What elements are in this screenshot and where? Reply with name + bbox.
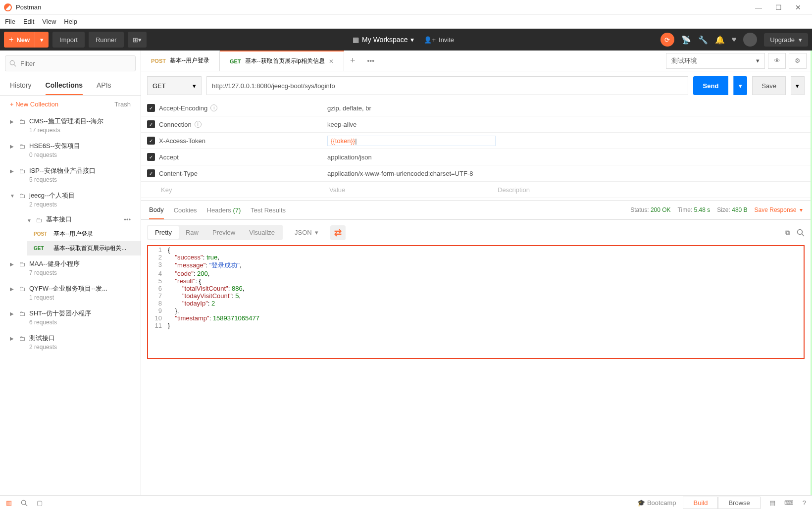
window-minimize-button[interactable]: — xyxy=(749,3,768,11)
bootcamp-button[interactable]: 🎓 Bootcamp xyxy=(637,499,676,507)
send-button[interactable]: Send xyxy=(693,76,729,95)
grid-icon: ▦ xyxy=(353,36,359,44)
value-placeholder[interactable]: Value xyxy=(327,186,496,194)
satellite-icon[interactable]: 📡 xyxy=(681,35,691,45)
close-icon[interactable]: ✕ xyxy=(329,58,334,65)
view-visualize[interactable]: Visualize xyxy=(242,226,282,239)
avatar[interactable] xyxy=(743,33,757,47)
wrench-icon[interactable]: 🔧 xyxy=(698,35,708,45)
desc-placeholder[interactable]: Description xyxy=(496,186,811,194)
environment-selector[interactable]: 测试环境 ▾ xyxy=(666,53,765,69)
header-row-placeholder[interactable]: Key Value Description xyxy=(141,182,811,198)
request-name: 基本--用户登录 xyxy=(53,230,93,238)
checkbox-icon[interactable]: ✓ xyxy=(147,137,155,145)
collection-item[interactable]: ▶ 🗀 CMS--施工管理项目--海尔17 requests xyxy=(0,113,141,138)
console-icon[interactable]: ▢ xyxy=(37,499,43,507)
header-value[interactable]: {{token}} xyxy=(327,136,496,146)
menu-view[interactable]: View xyxy=(42,18,56,25)
response-tab-cookies[interactable]: Cookies xyxy=(174,202,197,219)
collection-item[interactable]: ▶ 🗀 SHT--仿十荟团小程序6 requests xyxy=(0,305,141,330)
save-button[interactable]: Save xyxy=(752,76,786,95)
collection-count: 6 requests xyxy=(29,319,136,326)
trash-link[interactable]: Trash xyxy=(114,101,131,108)
headers-table: ✓ Accept-Encodingi gzip, deflate, br ✓ C… xyxy=(141,100,811,198)
wrap-lines-button[interactable]: ⇄ xyxy=(330,225,346,240)
menu-edit[interactable]: Edit xyxy=(23,18,34,25)
url-input[interactable] xyxy=(206,76,688,95)
method-selector[interactable]: GET ▾ xyxy=(147,76,202,95)
new-button[interactable]: + New ▾ xyxy=(4,32,49,48)
two-pane-icon[interactable]: ▤ xyxy=(769,499,775,507)
collection-item[interactable]: ▶ 🗀 ISP--安保物业产品接口5 requests xyxy=(0,162,141,187)
request-item[interactable]: POST 基本--用户登录 xyxy=(27,227,141,241)
search-icon[interactable] xyxy=(797,229,805,237)
format-selector[interactable]: JSON ▾ xyxy=(290,226,323,239)
view-raw[interactable]: Raw xyxy=(179,226,205,239)
header-row[interactable]: ✓ X-Access-Token {{token}} xyxy=(141,133,811,149)
request-item[interactable]: GET 基本--获取首页展示ip相关... xyxy=(27,241,141,255)
response-tab-body[interactable]: Body xyxy=(149,201,164,219)
workspace-selector[interactable]: ▦ My Workspace ▾ xyxy=(353,36,414,44)
header-row[interactable]: ✓ Accept application/json xyxy=(141,149,811,165)
request-tab[interactable]: POST 基本--用户登录 xyxy=(141,51,220,71)
runner-button[interactable]: Runner xyxy=(89,32,124,48)
menu-help[interactable]: Help xyxy=(64,18,77,25)
tab-collections[interactable]: Collections xyxy=(46,76,83,95)
key-placeholder[interactable]: Key xyxy=(159,186,327,194)
header-row[interactable]: ✓ Content-Type application/x-www-form-ur… xyxy=(141,165,811,182)
save-dropdown[interactable]: ▾ xyxy=(791,76,805,95)
window-close-button[interactable]: ✕ xyxy=(788,3,808,11)
new-dropdown[interactable]: ▾ xyxy=(35,32,49,48)
menu-file[interactable]: File xyxy=(5,18,15,25)
request-tab[interactable]: GET 基本--获取首页展示ip相关信息 ✕ xyxy=(220,51,344,71)
find-icon[interactable] xyxy=(21,500,28,507)
response-tab-tests[interactable]: Test Results xyxy=(251,202,286,219)
new-tab-button[interactable]: + xyxy=(344,55,361,66)
import-button[interactable]: Import xyxy=(52,32,85,48)
environment-settings-button[interactable]: ⚙ xyxy=(789,53,807,69)
copy-icon[interactable]: ⧉ xyxy=(785,229,790,237)
checkbox-icon[interactable]: ✓ xyxy=(147,104,155,112)
save-response-button[interactable]: Save Response ▾ xyxy=(755,206,803,213)
checkbox-icon[interactable]: ✓ xyxy=(147,153,155,161)
collection-item[interactable]: ▶ 🗀 测试接口2 requests xyxy=(0,330,141,355)
environment-preview-button[interactable]: 👁 xyxy=(768,53,786,69)
send-dropdown[interactable]: ▾ xyxy=(733,76,747,95)
filter-box[interactable] xyxy=(5,55,136,71)
collection-item[interactable]: ▶ 🗀 QYFW--企业服务项目--发...1 request xyxy=(0,280,141,305)
more-icon[interactable]: ••• xyxy=(124,216,136,223)
new-window-button[interactable]: ⊞▾ xyxy=(128,32,147,48)
response-tab-headers[interactable]: Headers (7) xyxy=(207,202,241,219)
header-row[interactable]: ✓ Connectioni keep-alive xyxy=(141,116,811,133)
checkbox-icon[interactable]: ✓ xyxy=(147,120,155,128)
response-body[interactable]: 1{2 "success": true,3 "message": "登录成功",… xyxy=(147,245,805,359)
view-pretty[interactable]: Pretty xyxy=(148,226,179,239)
sidebar-toggle-icon[interactable]: ▥ xyxy=(6,499,12,507)
browse-toggle[interactable]: Browse xyxy=(718,497,760,509)
heart-icon[interactable]: ♥ xyxy=(732,35,737,44)
bell-icon[interactable]: 🔔 xyxy=(715,35,725,45)
upgrade-button[interactable]: Upgrade ▾ xyxy=(764,33,808,47)
checkbox-icon[interactable]: ✓ xyxy=(147,169,155,177)
window-maximize-button[interactable]: ☐ xyxy=(768,3,788,11)
new-collection-button[interactable]: + New Collection xyxy=(10,101,58,108)
header-row[interactable]: ✓ Accept-Encodingi gzip, deflate, br xyxy=(141,100,811,116)
new-label: New xyxy=(16,36,35,44)
tab-apis[interactable]: APIs xyxy=(97,76,111,95)
collection-item[interactable]: ▶ 🗀 HSE6S--安保项目0 requests xyxy=(0,138,141,162)
view-preview[interactable]: Preview xyxy=(205,226,242,239)
collection-item[interactable]: ▼ 🗀 jeecg--个人项目2 requests xyxy=(0,187,141,212)
svg-line-1 xyxy=(14,64,16,66)
tab-menu-button[interactable]: ••• xyxy=(361,57,380,65)
help-icon[interactable]: ? xyxy=(803,499,806,507)
sync-button[interactable]: ⟳ xyxy=(660,33,674,47)
build-toggle[interactable]: Build xyxy=(683,497,718,509)
filter-input[interactable] xyxy=(20,60,131,67)
keyboard-icon[interactable]: ⌨ xyxy=(784,499,794,507)
collection-item[interactable]: ▶ 🗀 MAA--健身小程序7 requests xyxy=(0,255,141,280)
folder-item[interactable]: ▼ 🗀 基本接口 ••• xyxy=(27,212,141,227)
wrap-icon: ⇄ xyxy=(334,227,342,238)
tab-history[interactable]: History xyxy=(10,76,32,95)
chevron-down-icon: ▾ xyxy=(799,36,802,44)
invite-button[interactable]: 👤+ Invite xyxy=(424,36,454,44)
